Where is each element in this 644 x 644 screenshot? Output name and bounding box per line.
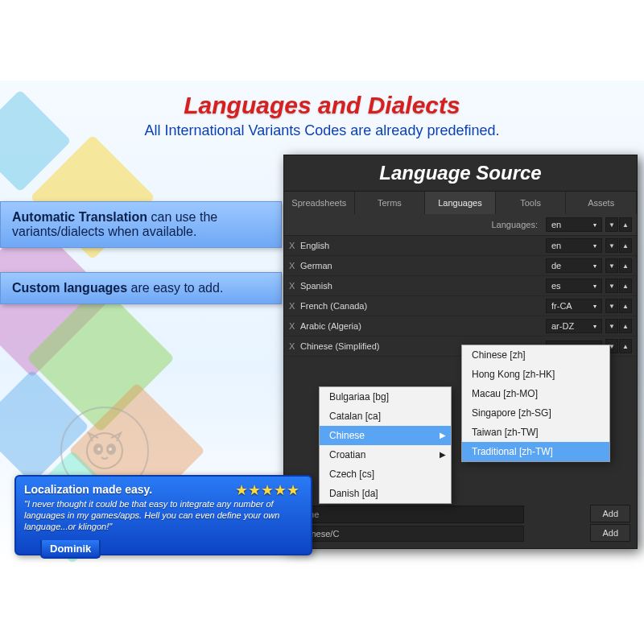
panel-title: Language Source — [284, 155, 637, 192]
language-rows: XEnglishen▾▼▲XGermande▾▼▲XSpanishes▾▼▲XF… — [284, 236, 637, 357]
move-down-button[interactable]: ▼ — [605, 279, 618, 293]
review-card: Localization made easy. ★★★★★ "I never t… — [14, 475, 312, 555]
submenu-arrow-icon: ▶ — [440, 431, 446, 440]
svg-point-9 — [109, 448, 112, 451]
promo-content: Languages and Dialects All International… — [0, 80, 644, 564]
languages-label: Languages: — [289, 220, 546, 229]
menu-item[interactable]: Singapore [zh-SG] — [462, 403, 609, 423]
menu-item[interactable]: Hong Kong [zh-HK] — [462, 365, 609, 384]
reorder-arrows: ▼▲ — [605, 299, 632, 313]
submenu-arrow-icon: ▶ — [440, 450, 446, 459]
move-up-button[interactable]: ▲ — [619, 299, 632, 313]
tab-assets[interactable]: Assets — [566, 192, 637, 214]
remove-button[interactable]: X — [289, 241, 300, 250]
language-code-dropdown[interactable]: de▾ — [546, 258, 602, 273]
move-down-button[interactable]: ▼ — [605, 258, 618, 273]
dropdown-value: en — [551, 220, 561, 229]
language-context-menu: Bulgariaa [bg]Catalan [ca]Chinese▶Croati… — [319, 386, 452, 504]
tab-terms[interactable]: Terms — [355, 192, 426, 214]
svg-point-8 — [97, 448, 101, 451]
languages-dropdown[interactable]: en ▾ — [546, 217, 602, 232]
move-up-button[interactable]: ▲ — [619, 238, 632, 253]
raccoon-icon — [80, 427, 129, 475]
menu-item[interactable]: Chinese▶ — [320, 426, 451, 445]
menu-item[interactable]: Taiwan [zh-TW] — [462, 423, 609, 442]
language-row: XSpanishes▾▼▲ — [284, 276, 637, 296]
menu-item[interactable]: Danish [da] — [320, 484, 451, 503]
menu-item[interactable]: Chinese [zh] — [462, 345, 609, 365]
tab-spreadsheets[interactable]: Spreadsheets — [284, 192, 355, 214]
bottom-margin — [0, 564, 644, 644]
chevron-down-icon: ▾ — [593, 221, 597, 229]
callout-bold: Automatic Translation — [12, 210, 147, 224]
language-search-input[interactable] — [291, 506, 524, 523]
language-code-dropdown[interactable]: fr-CA▾ — [546, 299, 602, 313]
add-language-area: Add Chinese/C Add — [291, 506, 630, 542]
truncated-lang-row[interactable]: Chinese/C — [291, 526, 524, 542]
move-up-button[interactable]: ▲ — [619, 339, 632, 353]
move-down-button[interactable]: ▼ — [605, 238, 618, 253]
panel-tabs: SpreadsheetsTermsLanguagesToolsAssets — [284, 192, 637, 214]
page-title: Languages and Dialects — [0, 80, 644, 119]
callout-custom-lang: Custom languages are easy to add. — [0, 272, 282, 304]
remove-button[interactable]: X — [289, 321, 300, 331]
star-rating-icon: ★★★★★ — [235, 481, 299, 499]
chevron-down-icon: ▾ — [593, 262, 597, 270]
chevron-down-icon: ▾ — [593, 242, 597, 250]
languages-header-bar: Languages: en ▾ ▼ ▲ — [284, 214, 637, 236]
language-name: French (Canada) — [300, 301, 546, 311]
move-down-button[interactable]: ▼ — [605, 319, 618, 333]
move-down-button[interactable]: ▼ — [605, 299, 618, 313]
callout-bold: Custom languages — [12, 281, 127, 295]
move-up-button[interactable]: ▲ — [619, 279, 632, 293]
tab-languages[interactable]: Languages — [425, 192, 496, 214]
move-up-button[interactable]: ▲ — [619, 258, 632, 273]
remove-button[interactable]: X — [289, 261, 300, 270]
language-row: XFrench (Canada)fr-CA▾▼▲ — [284, 296, 637, 316]
reorder-arrows: ▼▲ — [605, 279, 632, 293]
remove-button[interactable]: X — [289, 301, 300, 311]
menu-item[interactable]: Catalan [ca] — [320, 407, 451, 426]
reorder-arrows: ▼▲ — [605, 238, 632, 253]
tab-tools[interactable]: Tools — [496, 192, 567, 214]
chevron-down-icon: ▾ — [593, 303, 597, 310]
language-name: English — [300, 241, 546, 250]
language-code-dropdown[interactable]: en▾ — [546, 238, 602, 253]
reorder-arrows: ▼ ▲ — [605, 217, 632, 232]
page-subtitle: All International Variants Codes are alr… — [0, 122, 644, 139]
svg-point-5 — [87, 433, 122, 469]
chinese-variants-submenu: Chinese [zh]Hong Kong [zh-HK]Macau [zh-M… — [461, 345, 610, 462]
remove-button[interactable]: X — [289, 341, 300, 351]
chevron-down-icon: ▾ — [593, 283, 597, 290]
remove-button[interactable]: X — [289, 281, 300, 291]
language-name: Spanish — [300, 281, 546, 291]
review-author: Dominik — [40, 540, 101, 559]
move-up-button[interactable]: ▲ — [619, 217, 632, 232]
callout-text: are easy to add. — [127, 281, 223, 295]
menu-item[interactable]: Traditional [zh-TW] — [462, 442, 609, 461]
move-up-button[interactable]: ▲ — [619, 319, 632, 333]
language-code-dropdown[interactable]: es▾ — [546, 279, 602, 293]
language-code-dropdown[interactable]: ar-DZ▾ — [546, 319, 602, 333]
language-row: XGermande▾▼▲ — [284, 256, 637, 276]
review-body: "I never thought it could be that easy t… — [24, 499, 303, 532]
add-button[interactable]: Add — [590, 524, 630, 542]
menu-item[interactable]: Macau [zh-MO] — [462, 384, 609, 403]
language-name: Arabic (Algeria) — [300, 321, 546, 331]
add-button[interactable]: Add — [590, 505, 630, 522]
menu-item[interactable]: Croatian▶ — [320, 445, 451, 464]
top-margin — [0, 0, 644, 80]
menu-item[interactable]: Bulgariaa [bg] — [320, 387, 451, 407]
move-down-button[interactable]: ▼ — [605, 217, 618, 232]
language-name: German — [300, 261, 546, 270]
language-row: XEnglishen▾▼▲ — [284, 236, 637, 256]
language-row: XArabic (Algeria)ar-DZ▾▼▲ — [284, 316, 637, 336]
reorder-arrows: ▼▲ — [605, 258, 632, 273]
chevron-down-icon: ▾ — [593, 323, 597, 330]
reorder-arrows: ▼▲ — [605, 319, 632, 333]
callout-auto-translate: Automatic Translation can use the varian… — [0, 201, 282, 248]
menu-item[interactable]: Czech [cs] — [320, 464, 451, 484]
